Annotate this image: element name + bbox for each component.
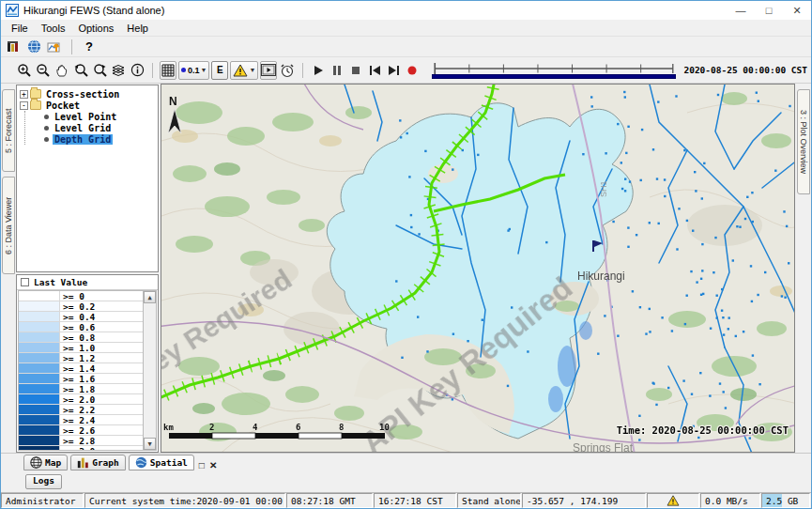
legend-row-label: >= 2.4 <box>60 415 143 424</box>
legend-row[interactable]: >= 2.2 <box>19 405 143 415</box>
info-icon[interactable] <box>129 61 146 80</box>
tree-node-depth-grid[interactable]: Depth Grid <box>25 133 158 145</box>
pan-hand-icon[interactable] <box>54 61 70 80</box>
menu-item[interactable]: Options <box>71 21 120 36</box>
legend-row[interactable]: >= 0.4 <box>19 312 143 322</box>
status-warning[interactable] <box>647 493 699 508</box>
time-slider-rail[interactable] <box>432 62 676 74</box>
zoom-next-icon[interactable] <box>91 61 108 80</box>
thresholds-warning-dropdown[interactable]: ▼ <box>230 61 258 80</box>
time-slider[interactable] <box>432 62 676 79</box>
legend-swatch <box>19 332 60 342</box>
legend-swatch <box>19 363 60 373</box>
logs-button[interactable]: Logs <box>25 474 62 489</box>
legend-row[interactable]: >= 1.8 <box>19 384 143 394</box>
legend-row[interactable]: >= 1.0 <box>19 343 143 353</box>
legend-swatch <box>19 343 60 352</box>
timer-settings-icon[interactable] <box>279 61 296 80</box>
legend-row-label: >= 1.8 <box>60 384 143 393</box>
tree-node-label[interactable]: Pocket <box>44 100 82 111</box>
zoom-out-icon[interactable] <box>35 61 52 80</box>
stop-button[interactable] <box>347 61 364 80</box>
maximize-button[interactable]: □ <box>755 1 783 20</box>
tree-node-label[interactable]: Level Point <box>53 112 118 122</box>
menu-item[interactable]: Help <box>120 21 155 36</box>
chart-export-icon[interactable] <box>46 38 63 56</box>
tab-data-viewer[interactable]: 6 : Data Viewer <box>2 177 15 274</box>
zoom-previous-icon[interactable] <box>72 61 89 80</box>
tab-spatial-label: Spatial <box>150 457 188 468</box>
legend-row[interactable]: >= 1.4 <box>19 363 143 374</box>
expand-icon[interactable]: + <box>20 90 28 99</box>
tree-node-cross-section[interactable]: + Cross-section <box>20 88 158 100</box>
tree-node-level-point[interactable]: Level Point <box>25 111 158 122</box>
menu-item[interactable]: Tools <box>35 21 72 36</box>
tree-node-label[interactable]: Level Grid <box>53 123 113 133</box>
legend-row[interactable]: >= 0 <box>19 291 143 301</box>
play-button[interactable] <box>310 61 327 80</box>
legend-scrollbar[interactable]: ▲ ▼ <box>143 291 156 450</box>
legend-row-label: >= 1.2 <box>60 353 143 362</box>
legend-row-label: >= 1.0 <box>60 343 143 352</box>
database-icon[interactable] <box>5 38 22 56</box>
tab-graph[interactable]: Graph <box>70 455 126 470</box>
skip-end-button[interactable] <box>385 61 402 80</box>
legend-row[interactable]: >= 0.8 <box>19 332 143 343</box>
last-value-checkbox[interactable] <box>21 278 29 286</box>
close-button[interactable]: ✕ <box>783 1 811 20</box>
toolbar-separator <box>152 63 153 78</box>
map-canvas[interactable]: API Key Required API Key Required Hikura… <box>161 85 795 453</box>
status-coordinates: -35.657 , 174.199 <box>522 493 646 508</box>
legend-row[interactable]: >= 2.6 <box>19 425 143 436</box>
threshold-value: 0.1 <box>188 66 200 75</box>
map-time-label: Time: 2020-08-25 00:00:00 CST <box>617 424 789 436</box>
globe-icon[interactable] <box>25 38 42 56</box>
toolbar-separator <box>71 39 72 54</box>
right-tab-strip: 3 : Plot Overview <box>795 84 811 453</box>
legend-row[interactable]: >= 1.2 <box>19 353 143 363</box>
tree-node-pocket[interactable]: - Pocket <box>20 100 158 111</box>
menu-item[interactable]: File <box>5 21 35 36</box>
legend-swatch <box>19 291 60 301</box>
pause-button[interactable] <box>329 61 345 80</box>
legend-swatch <box>19 405 60 414</box>
panel-maximize-button[interactable]: □ <box>199 460 205 470</box>
minimize-button[interactable]: — <box>727 1 755 20</box>
animation-dialog-button[interactable] <box>260 61 277 80</box>
collapse-icon[interactable]: - <box>20 101 28 110</box>
legend-row[interactable]: >= 2.0 <box>19 394 143 405</box>
tab-forecast[interactable]: 5 : Forecast <box>2 89 15 172</box>
legend-row[interactable]: >= 0.2 <box>19 301 143 312</box>
legend-row[interactable]: >= 1.6 <box>19 374 143 384</box>
legend-row[interactable]: >= 0.6 <box>19 322 143 332</box>
menu-bar: FileToolsOptionsHelp <box>1 20 811 37</box>
skip-start-button[interactable] <box>366 61 383 80</box>
tree-node-label-selected[interactable]: Depth Grid <box>53 134 113 145</box>
legend-row[interactable]: >= 2.4 <box>19 415 143 425</box>
panel-close-button[interactable]: ✕ <box>209 460 217 470</box>
classbreak-dot-icon <box>181 68 186 72</box>
legend-row[interactable]: >= 2.8 <box>19 436 143 446</box>
chevron-down-icon: ▼ <box>201 67 207 73</box>
scroll-down-icon[interactable]: ▼ <box>144 438 156 450</box>
legend-swatch <box>19 446 60 450</box>
tree-node-label[interactable]: Cross-section <box>44 89 121 100</box>
grid-layer-button[interactable] <box>160 61 176 80</box>
label-toggle-button[interactable]: E <box>211 61 228 80</box>
tab-plot-overview[interactable]: 3 : Plot Overview <box>797 89 810 194</box>
legend-row-label: >= 1.4 <box>60 363 143 373</box>
scroll-up-icon[interactable]: ▲ <box>144 291 156 303</box>
tab-spatial[interactable]: Spatial <box>129 455 194 470</box>
zoom-in-icon[interactable] <box>16 61 33 80</box>
record-button[interactable] <box>404 61 421 80</box>
legend-row[interactable]: >= 3.0 <box>19 446 143 450</box>
help-button[interactable]: ? <box>81 38 98 56</box>
legend-swatch <box>19 384 60 393</box>
status-system-time: Current system time:2020-09-01 00:00 CST <box>84 493 285 508</box>
layers-icon[interactable] <box>110 61 127 80</box>
threshold-dropdown[interactable]: 0.1 ▼ <box>178 61 209 80</box>
tab-map[interactable]: Map <box>23 455 68 470</box>
road-label: SH1 <box>599 180 608 197</box>
tree-node-level-grid[interactable]: Level Grid <box>25 122 158 133</box>
map-view[interactable]: API Key Required API Key Required Hikura… <box>161 84 795 453</box>
